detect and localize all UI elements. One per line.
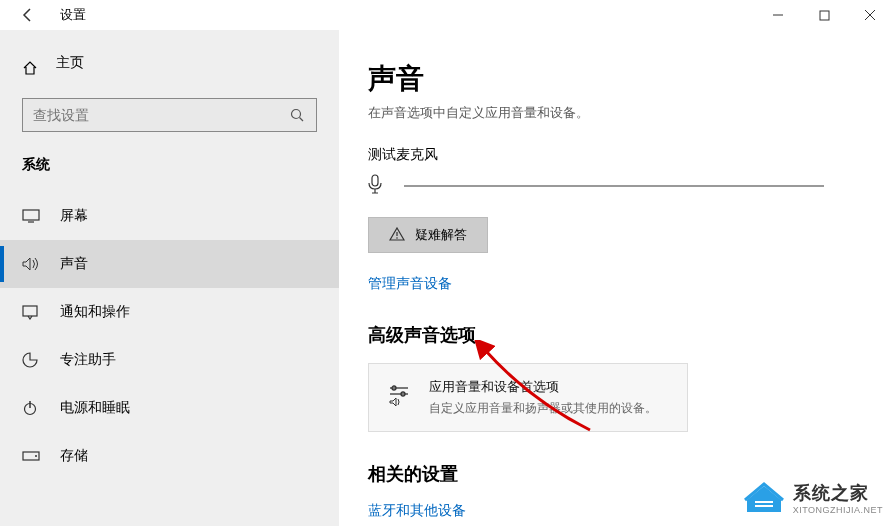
svg-rect-1 bbox=[820, 11, 829, 20]
svg-point-2 bbox=[292, 110, 301, 119]
focus-icon bbox=[22, 352, 42, 368]
notifications-icon bbox=[22, 304, 42, 320]
sidebar-item-label: 存储 bbox=[60, 447, 88, 465]
mic-level-bar bbox=[404, 185, 824, 187]
minimize-button[interactable] bbox=[755, 0, 801, 30]
svg-rect-6 bbox=[23, 306, 37, 316]
storage-icon bbox=[22, 451, 42, 461]
sidebar-item-label: 屏幕 bbox=[60, 207, 88, 225]
manage-sound-devices-link[interactable]: 管理声音设备 bbox=[368, 275, 452, 293]
svg-point-10 bbox=[35, 455, 37, 457]
sidebar-home-label: 主页 bbox=[56, 54, 84, 72]
sidebar-group-title: 系统 bbox=[0, 156, 339, 192]
troubleshoot-button[interactable]: 疑难解答 bbox=[368, 217, 488, 253]
maximize-button[interactable] bbox=[801, 0, 847, 30]
mixer-icon bbox=[387, 385, 411, 410]
related-link-bluetooth[interactable]: 蓝牙和其他设备 bbox=[368, 502, 466, 520]
microphone-icon bbox=[368, 174, 386, 197]
warning-icon bbox=[389, 227, 405, 244]
sidebar-item-display[interactable]: 屏幕 bbox=[0, 192, 339, 240]
search-input[interactable] bbox=[33, 107, 288, 123]
search-box[interactable] bbox=[22, 98, 317, 132]
watermark: 系统之家 XITONGZHIJIA.NET bbox=[743, 480, 883, 516]
sidebar-item-focus[interactable]: 专注助手 bbox=[0, 336, 339, 384]
sidebar: 主页 系统 屏幕 声音 bbox=[0, 30, 340, 526]
troubleshoot-label: 疑难解答 bbox=[415, 226, 467, 244]
sidebar-item-home[interactable]: 主页 bbox=[0, 44, 339, 98]
app-volume-card[interactable]: 应用音量和设备首选项 自定义应用音量和扬声器或其使用的设备。 bbox=[368, 363, 688, 432]
mic-test-label: 测试麦克风 bbox=[368, 146, 893, 164]
sidebar-item-power[interactable]: 电源和睡眠 bbox=[0, 384, 339, 432]
sidebar-item-label: 电源和睡眠 bbox=[60, 399, 130, 417]
close-icon bbox=[864, 9, 876, 21]
svg-rect-11 bbox=[372, 175, 378, 186]
sidebar-item-label: 通知和操作 bbox=[60, 303, 130, 321]
page-subtitle: 在声音选项中自定义应用音量和设备。 bbox=[368, 104, 893, 122]
close-button[interactable] bbox=[847, 0, 893, 30]
sidebar-item-label: 专注助手 bbox=[60, 351, 116, 369]
page-title: 声音 bbox=[368, 60, 893, 98]
power-icon bbox=[22, 400, 42, 416]
sidebar-item-storage[interactable]: 存储 bbox=[0, 432, 339, 480]
watermark-name: 系统之家 bbox=[793, 481, 883, 505]
card-title: 应用音量和设备首选项 bbox=[429, 378, 657, 396]
home-icon bbox=[22, 60, 40, 76]
watermark-logo-icon bbox=[743, 480, 785, 516]
card-desc: 自定义应用音量和扬声器或其使用的设备。 bbox=[429, 400, 657, 417]
window-title: 设置 bbox=[60, 6, 86, 24]
minimize-icon bbox=[772, 9, 784, 21]
arrow-left-icon bbox=[20, 7, 36, 23]
search-icon bbox=[288, 108, 306, 122]
maximize-icon bbox=[819, 10, 830, 21]
sidebar-item-notifications[interactable]: 通知和操作 bbox=[0, 288, 339, 336]
svg-point-13 bbox=[396, 237, 398, 239]
svg-line-3 bbox=[300, 118, 304, 122]
back-button[interactable] bbox=[12, 0, 44, 30]
svg-rect-4 bbox=[23, 210, 39, 220]
watermark-url: XITONGZHIJIA.NET bbox=[793, 505, 883, 515]
display-icon bbox=[22, 209, 42, 223]
advanced-heading: 高级声音选项 bbox=[368, 323, 893, 347]
content-pane: 声音 在声音选项中自定义应用音量和设备。 测试麦克风 疑难解答 管理声音设备 高… bbox=[340, 30, 893, 526]
sound-icon bbox=[22, 256, 42, 272]
sidebar-item-sound[interactable]: 声音 bbox=[0, 240, 339, 288]
sidebar-item-label: 声音 bbox=[60, 255, 88, 273]
